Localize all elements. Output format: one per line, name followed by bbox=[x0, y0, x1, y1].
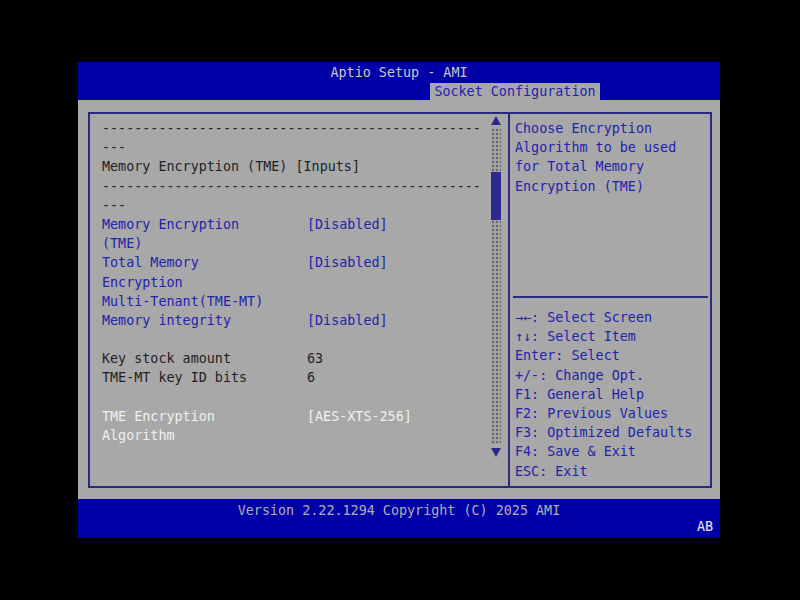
divider-line: --- bbox=[102, 196, 492, 215]
help-line: Encryption (TME) bbox=[515, 177, 708, 196]
setting-total-memory-encryption-label2[interactable]: Encryption bbox=[102, 273, 492, 292]
hotkey-change-option: +/-: Change Opt. bbox=[515, 366, 708, 385]
scroll-down-icon[interactable] bbox=[491, 448, 501, 457]
content-box: ----------------------------------------… bbox=[88, 112, 712, 488]
info-tme-mt-key-id-bits: TME-MT key ID bits6 bbox=[102, 368, 492, 387]
scrollbar[interactable] bbox=[490, 116, 502, 458]
version-text: Version 2.22.1294 Copyright (C) 2025 AMI bbox=[78, 503, 720, 518]
bios-screen: Aptio Setup - AMI Socket Configuration -… bbox=[78, 62, 720, 538]
setting-total-memory-encryption-label3[interactable]: Multi-Tenant(TME-MT) bbox=[102, 292, 492, 311]
blank-row bbox=[102, 388, 492, 407]
panel-separator bbox=[508, 114, 510, 486]
tab-socket-configuration[interactable]: Socket Configuration bbox=[430, 83, 600, 100]
hotkey-legend: →←: Select Screen ↑↓: Select Item Enter:… bbox=[515, 308, 708, 481]
hotkey-f4-save-exit: F4: Save & Exit bbox=[515, 442, 708, 461]
hotkey-enter-select: Enter: Select bbox=[515, 346, 708, 365]
scrollbar-thumb[interactable] bbox=[491, 172, 501, 220]
blank-row bbox=[102, 330, 492, 349]
help-text: Choose Encryption Algorithm to be used f… bbox=[515, 119, 708, 196]
section-title-memory-encryption-inputs: Memory Encryption (TME) [Inputs] bbox=[102, 157, 492, 176]
hotkey-select-screen: →←: Select Screen bbox=[515, 308, 708, 327]
help-panel: Choose Encryption Algorithm to be used f… bbox=[512, 114, 710, 486]
divider-line: --- bbox=[102, 138, 492, 157]
help-line: for Total Memory bbox=[515, 157, 708, 176]
page-title: Aptio Setup - AMI bbox=[78, 65, 720, 80]
status-bar: Version 2.22.1294 Copyright (C) 2025 AMI… bbox=[78, 499, 720, 538]
settings-list: ----------------------------------------… bbox=[102, 119, 492, 445]
setting-total-memory-encryption-tme-mt[interactable]: Total Memory[Disabled] bbox=[102, 253, 492, 272]
help-divider bbox=[513, 296, 708, 298]
main-area: ----------------------------------------… bbox=[78, 100, 720, 499]
title-bar: Aptio Setup - AMI Socket Configuration bbox=[78, 62, 720, 100]
divider-line: ----------------------------------------… bbox=[102, 177, 492, 196]
help-line: Choose Encryption bbox=[515, 119, 708, 138]
scroll-up-icon[interactable] bbox=[491, 116, 501, 125]
hotkey-f2-previous-values: F2: Previous Values bbox=[515, 404, 708, 423]
hotkey-f1-general-help: F1: General Help bbox=[515, 385, 708, 404]
setting-memory-encryption-tme[interactable]: Memory Encryption[Disabled] bbox=[102, 215, 492, 234]
status-badge: AB bbox=[697, 519, 713, 534]
setting-memory-encryption-tme-label2[interactable]: (TME) bbox=[102, 234, 492, 253]
help-line: Algorithm to be used bbox=[515, 138, 708, 157]
setting-tme-encryption-algorithm-selected[interactable]: TME Encryption[AES-XTS-256] bbox=[102, 407, 492, 426]
hotkey-select-item: ↑↓: Select Item bbox=[515, 327, 708, 346]
hotkey-esc-exit: ESC: Exit bbox=[515, 462, 708, 481]
setting-memory-integrity[interactable]: Memory integrity[Disabled] bbox=[102, 311, 492, 330]
hotkey-f3-optimized-defaults: F3: Optimized Defaults bbox=[515, 423, 708, 442]
setting-tme-encryption-algorithm-label2[interactable]: Algorithm bbox=[102, 426, 492, 445]
divider-line: ----------------------------------------… bbox=[102, 119, 492, 138]
info-key-stock-amount: Key stock amount63 bbox=[102, 349, 492, 368]
